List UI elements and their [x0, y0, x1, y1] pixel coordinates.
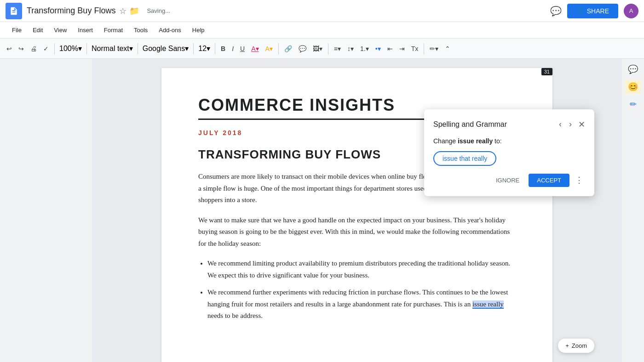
toolbar-sep-1: [54, 43, 55, 54]
menu-help[interactable]: Help: [188, 25, 209, 35]
menu-bar: File Edit View Insert Format Tools Add-o…: [0, 22, 644, 39]
star-icon[interactable]: ☆: [119, 6, 126, 16]
bullet-list: We recommend limiting product availabili…: [198, 258, 516, 322]
top-bar: Transforming Buy Flows ☆ 📁 Saving... 💬 👤…: [0, 0, 644, 22]
toolbar-sep-2: [86, 43, 87, 54]
font-label: Google Sans: [143, 45, 185, 53]
zoom-label: 100%: [59, 45, 78, 53]
spelling-change-suffix: to:: [493, 137, 501, 145]
undo-button[interactable]: ↩: [4, 43, 15, 54]
doc-title: Transforming Buy Flows: [27, 6, 115, 16]
spelling-panel: Spelling and Grammar ‹ › ✕ Change issue …: [424, 109, 594, 196]
zoom-chevron: ▾: [78, 44, 82, 53]
bulletlist-button[interactable]: •▾: [373, 43, 384, 54]
font-chevron: ▾: [185, 44, 189, 53]
doc-page[interactable]: 31 COMMERCE INSIGHTS JULY 2018 TRANSFORM…: [92, 59, 622, 362]
toolbar-sep-5: [215, 43, 215, 54]
sidebar-comment-icon[interactable]: 💬: [626, 62, 640, 76]
sidebar-right: 💬 😊 ✏: [622, 59, 644, 362]
spelling-header: Spelling and Grammar ‹ › ✕: [433, 119, 585, 130]
spelling-suggestion[interactable]: issue that really: [433, 151, 496, 166]
spelling-close-button[interactable]: ✕: [578, 119, 585, 130]
bullet-item-1: We recommend limiting product availabili…: [207, 258, 516, 281]
paragraph-2: We want to make sure that we have a good…: [198, 215, 516, 250]
spelling-title: Spelling and Grammar: [433, 120, 507, 129]
bullet-2-highlight: issue really: [472, 300, 504, 309]
top-bar-right: 💬 👤 SHARE A: [550, 4, 638, 18]
outdent-button[interactable]: ⇤: [385, 43, 396, 54]
zoom-indicator[interactable]: + Zoom: [558, 339, 594, 353]
bullet-2-prefix: We recommend further experiments with re…: [207, 288, 508, 308]
redo-button[interactable]: ↪: [16, 43, 27, 54]
accept-button[interactable]: ACCEPT: [529, 174, 569, 187]
spelling-change-prefix: Change: [433, 137, 458, 145]
link-button[interactable]: 🔗: [282, 43, 295, 54]
more-options-button[interactable]: ⋮: [573, 173, 585, 187]
highlight-button[interactable]: A▾: [263, 43, 276, 54]
underline-button[interactable]: U: [237, 43, 247, 54]
menu-edit[interactable]: Edit: [28, 25, 47, 35]
toolbar: ↩ ↪ 🖨 ✓ 100% ▾ Normal text ▾ Google Sans…: [0, 39, 644, 59]
italic-button[interactable]: I: [229, 43, 236, 54]
menu-insert[interactable]: Insert: [73, 25, 98, 35]
spelling-change-term: issue really: [458, 137, 493, 145]
menu-addons[interactable]: Add-ons: [154, 25, 185, 35]
sidebar-edit-icon[interactable]: ✏: [628, 97, 638, 111]
font-dropdown[interactable]: Google Sans ▾: [141, 43, 191, 54]
spelling-nav: ‹ › ✕: [556, 119, 585, 130]
menu-file[interactable]: File: [7, 25, 26, 35]
spelling-next-button[interactable]: ›: [566, 119, 575, 130]
style-dropdown[interactable]: Normal text ▾: [90, 43, 135, 54]
size-label: 12: [198, 45, 207, 53]
share-button[interactable]: 👤 SHARE: [567, 4, 618, 18]
sidebar-left: [0, 59, 92, 362]
saving-status: Saving...: [147, 7, 170, 14]
size-dropdown[interactable]: 12 ▾: [196, 43, 212, 54]
bullet-2-suffix: needs to be address.: [207, 312, 263, 319]
text-color-button[interactable]: A▾: [248, 43, 261, 54]
ignore-button[interactable]: IGNORE: [490, 174, 525, 187]
zoom-dropdown[interactable]: 100% ▾: [58, 43, 84, 54]
sidebar-emoji-icon[interactable]: 😊: [625, 80, 641, 94]
bold-button[interactable]: B: [218, 43, 228, 54]
clearformat-button[interactable]: Tx: [408, 43, 421, 54]
toolbar-sep-4: [193, 43, 194, 54]
menu-format[interactable]: Format: [99, 25, 127, 35]
zoom-indicator-icon: +: [565, 342, 569, 349]
image-button[interactable]: 🖼▾: [310, 43, 325, 54]
page-area: 31 COMMERCE INSIGHTS JULY 2018 TRANSFORM…: [0, 59, 644, 362]
menu-view[interactable]: View: [49, 25, 71, 35]
format-mode-button[interactable]: ✏▾: [427, 43, 441, 54]
comment-button[interactable]: 💬: [296, 43, 309, 54]
linespacing-button[interactable]: ↕▾: [345, 43, 356, 54]
expand-button[interactable]: ⌃: [442, 43, 453, 54]
bullet-item-2: We recommend further experiments with re…: [207, 287, 516, 322]
toolbar-sep-7: [328, 43, 328, 54]
size-chevron: ▾: [207, 44, 210, 53]
avatar[interactable]: A: [624, 4, 638, 18]
align-button[interactable]: ≡▾: [331, 43, 344, 54]
numberedlist-button[interactable]: 1.▾: [357, 43, 372, 54]
page-badge: 31: [541, 68, 552, 75]
toolbar-sep-3: [138, 43, 138, 54]
style-chevron: ▾: [129, 44, 133, 53]
comment-icon[interactable]: 💬: [550, 6, 562, 17]
doc-title-icons: ☆ 📁: [119, 6, 139, 16]
spelling-actions: IGNORE ACCEPT ⋮: [433, 173, 585, 187]
menu-tools[interactable]: Tools: [129, 25, 152, 35]
folder-icon[interactable]: 📁: [129, 6, 139, 16]
style-label: Normal text: [92, 45, 129, 53]
print-button[interactable]: 🖨: [28, 43, 40, 54]
share-icon: 👤: [576, 7, 584, 15]
indent-button[interactable]: ⇥: [397, 43, 408, 54]
toolbar-sep-8: [424, 43, 424, 54]
spellcheck-button[interactable]: ✓: [40, 43, 52, 54]
zoom-indicator-label: Zoom: [572, 342, 587, 349]
spelling-change-text: Change issue really to:: [433, 137, 585, 145]
spelling-prev-button[interactable]: ‹: [556, 119, 564, 130]
docs-icon: [6, 3, 22, 19]
toolbar-sep-6: [278, 43, 279, 54]
